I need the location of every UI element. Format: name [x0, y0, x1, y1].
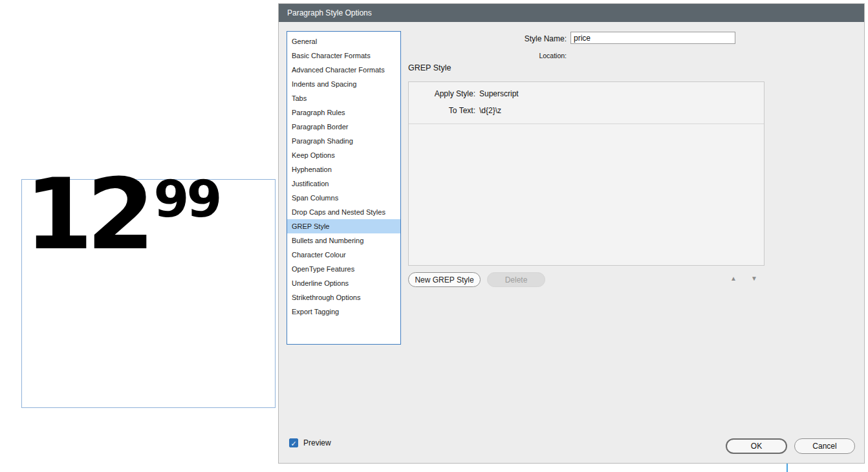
sidebar-item-keep-options[interactable]: Keep Options	[287, 148, 400, 162]
sidebar-item-bullets-and-numbering[interactable]: Bullets and Numbering	[287, 233, 400, 248]
move-down-icon[interactable]: ▼	[748, 274, 760, 284]
sidebar-item-tabs[interactable]: Tabs	[287, 91, 400, 105]
new-grep-style-button[interactable]: New GREP Style	[408, 272, 481, 287]
dialog-body: General Basic Character Formats Advanced…	[279, 22, 864, 463]
cancel-button[interactable]: Cancel	[794, 438, 855, 454]
to-text-value[interactable]: \d{2}\z	[479, 105, 501, 116]
to-text-label: To Text:	[409, 105, 475, 116]
sidebar-item-basic-character-formats[interactable]: Basic Character Formats	[287, 48, 400, 63]
preview-checkbox[interactable]: ✓	[289, 438, 298, 447]
apply-style-label: Apply Style:	[409, 89, 475, 99]
sidebar-item-general[interactable]: General	[287, 34, 400, 48]
to-text-row: To Text: \d{2}\z	[409, 105, 764, 116]
ok-button[interactable]: OK	[726, 438, 787, 454]
sidebar-item-export-tagging[interactable]: Export Tagging	[287, 305, 400, 319]
grep-style-list[interactable]: Apply Style: Superscript To Text: \d{2}\…	[408, 81, 765, 266]
price-main-digits: 12	[25, 166, 149, 264]
sidebar-item-opentype-features[interactable]: OpenType Features	[287, 262, 400, 276]
indesign-workspace: 12 99 Paragraph Style Options General Ba…	[0, 0, 868, 472]
sidebar-item-justification[interactable]: Justification	[287, 177, 400, 191]
sidebar-item-drop-caps-and-nested-styles[interactable]: Drop Caps and Nested Styles	[287, 205, 400, 219]
price-superscript-digits: 99	[154, 174, 220, 225]
sidebar-item-advanced-character-formats[interactable]: Advanced Character Formats	[287, 63, 400, 77]
preview-label: Preview	[303, 438, 331, 447]
apply-style-value[interactable]: Superscript	[479, 89, 519, 99]
sidebar-item-hyphenation[interactable]: Hyphenation	[287, 162, 400, 177]
sidebar-item-strikethrough-options[interactable]: Strikethrough Options	[287, 290, 400, 305]
location-label: Location:	[470, 52, 567, 59]
sidebar-item-character-colour[interactable]: Character Colour	[287, 248, 400, 262]
sidebar-item-underline-options[interactable]: Underline Options	[287, 276, 400, 290]
text-frame[interactable]: 12 99	[21, 179, 276, 408]
sidebar-item-grep-style[interactable]: GREP Style	[287, 219, 400, 233]
sidebar-item-paragraph-border[interactable]: Paragraph Border	[287, 120, 400, 134]
page-guide-line	[787, 463, 788, 472]
sidebar-item-span-columns[interactable]: Span Columns	[287, 191, 400, 205]
sidebar-item-paragraph-shading[interactable]: Paragraph Shading	[287, 134, 400, 148]
style-name-label: Style Name:	[470, 34, 567, 43]
grep-style-section-title: GREP Style	[408, 63, 451, 72]
sidebar-item-paragraph-rules[interactable]: Paragraph Rules	[287, 105, 400, 120]
price-text: 12 99	[25, 166, 219, 264]
apply-style-row: Apply Style: Superscript	[409, 89, 764, 99]
dialog-title: Paragraph Style Options	[287, 8, 372, 17]
style-category-list: General Basic Character Formats Advanced…	[287, 31, 401, 345]
delete-button[interactable]: Delete	[487, 272, 545, 287]
style-name-input[interactable]	[570, 32, 735, 44]
dialog-titlebar[interactable]: Paragraph Style Options	[279, 4, 864, 22]
sidebar-item-indents-and-spacing[interactable]: Indents and Spacing	[287, 77, 400, 91]
move-up-icon[interactable]: ▲	[728, 274, 739, 284]
preview-control: ✓ Preview	[289, 438, 331, 447]
paragraph-style-options-dialog: Paragraph Style Options General Basic Ch…	[278, 3, 865, 464]
grep-style-entry[interactable]: Apply Style: Superscript To Text: \d{2}\…	[409, 82, 764, 124]
